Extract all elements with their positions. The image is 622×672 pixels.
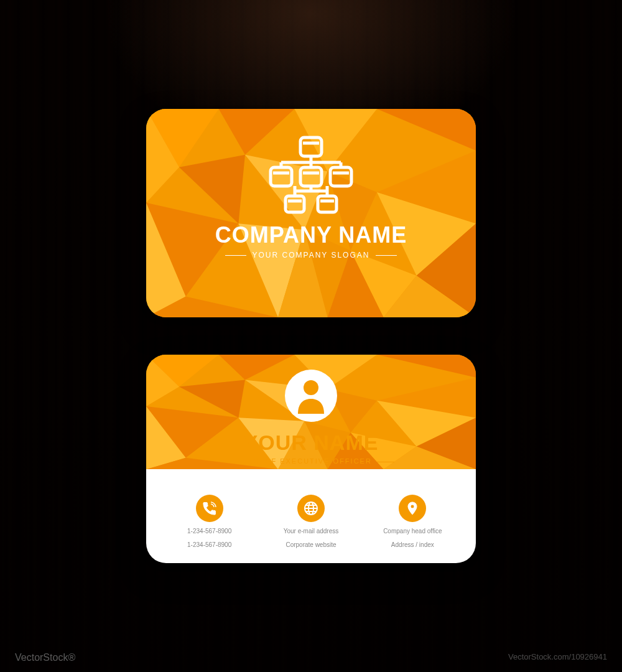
phone-icon (196, 495, 223, 522)
contact-address: Company head office Address / index (366, 495, 459, 549)
svg-rect-8 (285, 196, 304, 212)
contact-line: Company head office (383, 527, 442, 536)
svg-rect-0 (300, 138, 322, 156)
company-slogan: YOUR COMPANY SLOGAN (219, 251, 404, 259)
svg-rect-10 (318, 196, 337, 212)
company-name: COMPANY NAME (215, 222, 407, 248)
person-name: YOUR NAME (146, 431, 476, 455)
svg-rect-2 (271, 167, 292, 186)
business-card-front: COMPANY NAME YOUR COMPANY SLOGAN (146, 109, 476, 317)
avatar-placeholder (285, 370, 337, 422)
contact-line: Corporate website (285, 541, 336, 549)
svg-rect-4 (300, 167, 322, 186)
svg-rect-6 (330, 167, 351, 186)
svg-point-20 (304, 380, 318, 395)
job-title: CHIEF EXECUTIVE OFFICER (146, 457, 476, 465)
contact-line: Address / index (391, 541, 434, 549)
contact-row: 1-234-567-8900 1-234-567-8900 Your e-mai… (146, 495, 476, 549)
contact-web: Your e-mail address Corporate website (264, 495, 358, 549)
watermark-left: VectorStock® (15, 652, 75, 663)
hierarchy-icon (264, 135, 358, 216)
contact-line: 1-234-567-8900 (187, 527, 231, 536)
business-card-back: YOUR NAME CHIEF EXECUTIVE OFFICER 1-234-… (146, 355, 476, 563)
wood-glare (0, 0, 622, 672)
pin-icon (399, 495, 426, 522)
globe-icon (297, 495, 325, 522)
contact-phone: 1-234-567-8900 1-234-567-8900 (163, 495, 256, 549)
watermark: VectorStock® VectorStock.com/10926941 (0, 652, 622, 663)
contact-line: 1-234-567-8900 (187, 541, 231, 549)
watermark-right: VectorStock.com/10926941 (508, 652, 607, 663)
contact-line: Your e-mail address (284, 527, 339, 536)
